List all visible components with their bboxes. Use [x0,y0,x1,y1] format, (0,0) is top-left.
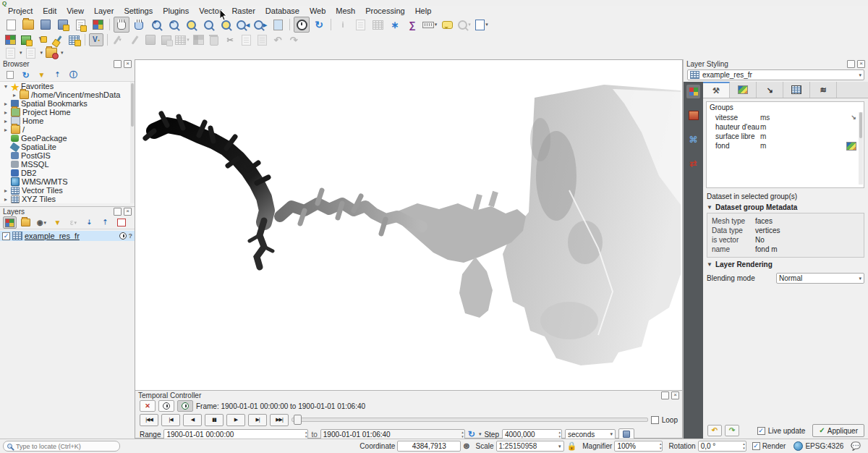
menu-web[interactable]: Web [305,6,331,16]
coordinate-input[interactable]: 4384,7913 [397,441,461,452]
group-row-fond[interactable]: fondm [707,141,864,151]
properties-widget-button[interactable]: ⓘ [67,69,80,81]
menu-mesh[interactable]: Mesh [331,6,360,16]
menu-plugins[interactable]: Plugins [158,6,194,16]
layer-visibility-checkbox[interactable]: ✓ [2,232,10,240]
add-group-button[interactable] [19,216,33,229]
rotation-input[interactable]: 0,0 ° [698,441,746,452]
tab-symbology[interactable] [686,85,700,98]
zoom-next-button[interactable]: ▶ [252,17,268,33]
browser-undock-icon[interactable] [114,60,122,68]
toggle-editing-button[interactable] [127,33,142,46]
menu-view[interactable]: View [61,6,89,16]
browser-item-db2[interactable]: DB2 [0,169,135,177]
menu-processing[interactable]: Processing [360,6,409,16]
open-attribute-table-button[interactable] [370,17,386,33]
loop-checkbox[interactable]: ✓ [651,416,659,424]
redo-style-button[interactable]: ↷ [725,425,739,436]
zoom-to-selection-button[interactable] [200,17,216,33]
apply-button[interactable]: ✓ Appliquer [812,424,864,437]
browser-item-postgis[interactable]: PostGIS [0,151,135,160]
new-shapefile-layer-button[interactable]: V [35,33,49,46]
browser-close-icon[interactable]: × [124,60,132,68]
data-source-manager-button[interactable] [3,33,17,46]
pan-to-selection-button[interactable] [131,17,147,33]
copy-features-button[interactable] [239,33,253,46]
save-project-as-button[interactable] [55,17,71,33]
menu-layer[interactable]: Layer [89,6,119,16]
metadata-section-header[interactable]: ▼Dataset group Metadata [707,203,868,211]
menu-settings[interactable]: Settings [119,6,158,16]
subtab-rendering[interactable] [783,82,810,98]
browser-item-project-home[interactable]: ▸Project Home [0,108,135,117]
render-checkbox[interactable]: ✓ [752,442,760,450]
browser-item-spatial-bookmarks[interactable]: ▸Spatial Bookmarks [0,99,135,108]
subtab-averaging[interactable]: ≋ [810,82,837,98]
locator-search[interactable] [3,441,120,452]
subtab-contours[interactable] [730,82,757,98]
map-tips-button[interactable] [439,17,455,33]
digitize-with-segment-button[interactable] [159,33,174,46]
extents-toggle-icon[interactable]: ⊛ [463,442,469,450]
temporal-off-button[interactable]: ✕ [140,400,156,412]
refresh-browser-button[interactable]: ↻ [19,69,33,81]
play-backward-button[interactable]: ◀ [183,414,202,426]
current-edits-button[interactable]: ▾ [111,33,126,46]
undo-button[interactable]: ↶ [271,33,285,46]
browser-item-spatialite[interactable]: SpatiaLite [0,143,135,151]
map-canvas[interactable]: Temporal Controller × ✕ Frame: 1900-01-0… [135,59,683,439]
crs-status[interactable]: EPSG:4326 [805,442,843,450]
style-manager-button[interactable] [90,17,106,33]
delete-selected-button[interactable] [207,33,221,46]
expand-all-button[interactable]: ⇣ [82,216,96,229]
temporal-close-icon[interactable]: × [671,391,679,399]
undo-style-button[interactable]: ↶ [707,425,722,436]
save-layer-edits-button[interactable] [143,33,158,46]
redo-button[interactable]: ↷ [286,33,301,46]
tab-3d-view[interactable] [686,109,700,122]
skip-to-start-button[interactable]: |◀◀ [140,414,158,426]
temporal-animated-button[interactable] [177,400,193,412]
vertex-tool-button[interactable]: ▾ [175,33,190,46]
select-features-by-area-button[interactable] [3,46,17,59]
crs-globe-icon[interactable] [793,441,803,451]
collapse-all-button[interactable]: ⇡ [51,69,64,81]
modify-attributes-button[interactable] [191,33,205,46]
filter-legend-button[interactable]: ▼ [51,216,64,229]
styling-close-icon[interactable]: × [857,60,865,68]
identify-features-button[interactable]: i [335,17,351,33]
groups-scrollbar[interactable] [859,112,863,185]
save-project-button[interactable] [38,17,54,33]
collapse-all-layers-button[interactable]: ⇡ [98,216,112,229]
deselect-features-button[interactable] [24,46,38,59]
add-data-button[interactable] [19,33,33,46]
add-selected-layers-button[interactable] [3,69,17,81]
temporal-fixed-range-button[interactable] [158,400,174,412]
blending-mode-select[interactable]: Normal▾ [776,273,864,284]
messages-icon[interactable]: 💬 [851,442,861,450]
menu-edit[interactable]: Edit [38,6,61,16]
lock-scale-icon[interactable]: 🔒 [567,442,577,450]
menu-database[interactable]: Database [260,6,305,16]
contours-active-icon[interactable] [846,142,856,151]
subtab-settings[interactable]: ⚒ [703,82,730,98]
step-back-button[interactable]: |◀ [161,414,180,426]
layer-rendering-header[interactable]: ▼Layer Rendering [707,261,868,268]
play-forward-button[interactable]: ▶ [226,414,245,426]
magnifier-input[interactable]: 100% [614,441,663,452]
add-mesh-layer-button[interactable] [67,33,81,46]
new-virtual-layer-button[interactable]: V▪ [89,33,103,46]
browser-item-root-folder[interactable]: ▸/ [0,125,135,134]
pause-button[interactable]: ▮▮ [205,414,224,426]
group-row-surface-libre[interactable]: surface librem [707,132,864,141]
measure-line-button[interactable]: ▾ [422,17,438,33]
select-by-expression-button[interactable] [44,46,59,59]
open-project-button[interactable] [20,17,36,33]
styling-undock-icon[interactable] [847,60,855,68]
new-spatialite-layer-button[interactable] [51,33,65,46]
timeline-slider-handle[interactable] [294,415,302,425]
pan-map-button[interactable] [114,17,129,33]
show-statistics-button[interactable]: ∑ [404,17,420,33]
layers-undock-icon[interactable] [114,208,122,216]
menu-help[interactable]: Help [410,6,437,16]
